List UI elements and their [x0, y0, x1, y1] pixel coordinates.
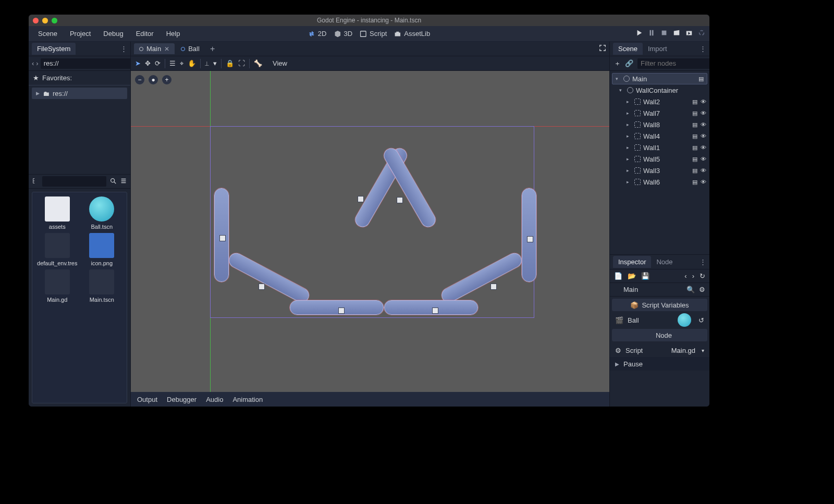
dock-menu-icon[interactable]: ⋮: [700, 45, 706, 53]
chevron-right-icon[interactable]: ▸: [627, 168, 632, 173]
instance-indicator-icon[interactable]: ▤: [692, 133, 697, 140]
bottom-tab-output[interactable]: Output: [137, 396, 157, 403]
bottom-tab-audio[interactable]: Audio: [206, 396, 223, 403]
history-forward-button[interactable]: ›: [692, 272, 694, 280]
workspace-3d[interactable]: 3D: [334, 30, 352, 38]
instance-indicator-icon[interactable]: ▤: [692, 121, 697, 128]
pivot-tool[interactable]: ⌖: [180, 59, 183, 68]
file-item[interactable]: assets: [36, 196, 78, 230]
file-item[interactable]: icon.png: [81, 233, 123, 266]
dropdown-icon[interactable]: ▾: [702, 348, 704, 353]
ball-thumbnail[interactable]: [678, 313, 691, 327]
tree-node-wall[interactable]: ▸Wall7▤👁: [610, 107, 709, 119]
inspector-prop-script[interactable]: ⚙ Script Main.gd ▾: [610, 343, 709, 357]
inspector-section-scriptvars[interactable]: 📦 Script Variables: [612, 299, 707, 311]
visibility-icon[interactable]: 👁: [701, 144, 706, 151]
tree-node-wall[interactable]: ▸Wall6▤👁: [610, 176, 709, 188]
search-icon[interactable]: 🔍: [686, 286, 695, 293]
chevron-right-icon[interactable]: ▸: [627, 122, 632, 127]
view-menu[interactable]: View: [273, 59, 287, 67]
history-menu-button[interactable]: ↻: [700, 272, 705, 280]
file-item[interactable]: default_env.tres: [36, 233, 78, 266]
node-tab[interactable]: Node: [651, 256, 678, 268]
file-item[interactable]: Ball.tscn: [81, 196, 123, 230]
bone-tool[interactable]: 🦴: [254, 59, 262, 67]
snap-options[interactable]: ▾: [213, 59, 217, 67]
tree-node-wall[interactable]: ▸Wall5▤👁: [610, 153, 709, 165]
script-indicator-icon[interactable]: ▤: [698, 76, 704, 82]
tree-root-row[interactable]: ▶ 🖿 res://: [32, 88, 127, 99]
filesystem-search[interactable]: [42, 176, 106, 187]
wall-node[interactable]: [290, 300, 384, 315]
list-select-tool[interactable]: ☰: [169, 59, 176, 67]
chevron-down-icon[interactable]: ▾: [616, 76, 621, 81]
filter-icon[interactable]: ⚙: [699, 286, 705, 293]
inspector-prop-ball[interactable]: 🎬 Ball ↺: [610, 313, 709, 327]
tree-mode-button[interactable]: [32, 177, 39, 186]
bottom-tab-animation[interactable]: Animation: [232, 396, 263, 403]
search-icon[interactable]: [109, 177, 117, 186]
play-scene-button[interactable]: [673, 29, 680, 38]
instance-indicator-icon[interactable]: ▤: [692, 179, 697, 186]
chevron-right-icon[interactable]: ▸: [627, 99, 632, 104]
scene-tab-main[interactable]: Main ✕: [134, 43, 175, 54]
dock-menu-icon[interactable]: ⋮: [700, 258, 706, 266]
prop-value[interactable]: Main.gd: [671, 347, 695, 354]
inspector-section-node[interactable]: Node: [612, 329, 707, 341]
visibility-icon[interactable]: 👁: [701, 156, 706, 163]
instance-indicator-icon[interactable]: ▤: [692, 144, 697, 151]
chevron-right-icon[interactable]: ▸: [627, 133, 632, 139]
inspector-prop-pause[interactable]: ▶ Pause: [610, 357, 709, 371]
visibility-icon[interactable]: 👁: [701, 167, 706, 174]
window-minimize-button[interactable]: [42, 18, 48, 23]
save-resource-button[interactable]: 💾: [641, 272, 649, 280]
visibility-icon[interactable]: 👁: [701, 133, 706, 140]
select-tool[interactable]: ➤: [135, 59, 141, 67]
tree-node-wallcontainer[interactable]: ▾ WallContainer: [610, 84, 709, 96]
tree-node-wall[interactable]: ▸Wall2▤👁: [610, 96, 709, 107]
instance-scene-button[interactable]: 🔗: [625, 59, 633, 67]
scene-dock-tab[interactable]: Scene: [613, 43, 643, 55]
add-node-button[interactable]: ＋: [614, 59, 621, 68]
workspace-2d[interactable]: 2D: [308, 30, 327, 38]
visibility-icon[interactable]: 👁: [701, 110, 706, 117]
chevron-right-icon[interactable]: ▸: [627, 145, 632, 150]
pause-button[interactable]: [648, 29, 655, 38]
filesystem-tab[interactable]: FileSystem: [32, 43, 76, 55]
reset-prop-button[interactable]: ↺: [698, 316, 704, 324]
zoom-in-button[interactable]: +: [162, 75, 171, 84]
tree-node-wall[interactable]: ▸Wall3▤👁: [610, 165, 709, 176]
chevron-down-icon[interactable]: ▾: [619, 88, 624, 93]
visibility-icon[interactable]: 👁: [701, 99, 706, 105]
path-input[interactable]: [41, 58, 134, 69]
window-maximize-button[interactable]: [52, 18, 57, 23]
menu-editor[interactable]: Editor: [131, 28, 159, 40]
tree-node-wall[interactable]: ▸Wall1▤👁: [610, 142, 709, 153]
workspace-script[interactable]: Script: [360, 30, 387, 38]
chevron-right-icon[interactable]: ▸: [627, 156, 632, 162]
dock-menu-icon[interactable]: ⋮: [120, 45, 127, 53]
move-tool[interactable]: ✥: [145, 59, 151, 67]
stop-button[interactable]: [660, 29, 668, 38]
group-button[interactable]: ⛶: [238, 59, 245, 67]
lock-button[interactable]: 🔒: [226, 59, 234, 67]
instance-indicator-icon[interactable]: ▤: [692, 167, 697, 174]
close-tab-button[interactable]: ✕: [164, 45, 169, 53]
menu-debug[interactable]: Debug: [98, 28, 128, 40]
tree-node-wall[interactable]: ▸Wall4▤👁: [610, 130, 709, 142]
menu-project[interactable]: Project: [65, 28, 96, 40]
load-resource-button[interactable]: 📂: [628, 272, 636, 280]
distraction-free-button[interactable]: [599, 44, 606, 53]
visibility-icon[interactable]: 👁: [701, 121, 706, 128]
instance-indicator-icon[interactable]: ▤: [692, 99, 697, 105]
scene-tab-ball[interactable]: Ball: [176, 43, 205, 54]
new-scene-button[interactable]: +: [206, 44, 219, 54]
visibility-icon[interactable]: 👁: [701, 179, 706, 186]
new-resource-button[interactable]: 📄: [614, 272, 622, 280]
wall-node[interactable]: [384, 300, 478, 315]
pan-tool[interactable]: ✋: [188, 59, 196, 67]
instance-indicator-icon[interactable]: ▤: [692, 110, 697, 117]
ruler-tool[interactable]: ⟂: [205, 59, 209, 67]
history-back-button[interactable]: ‹: [684, 272, 686, 280]
menu-help[interactable]: Help: [161, 28, 186, 40]
